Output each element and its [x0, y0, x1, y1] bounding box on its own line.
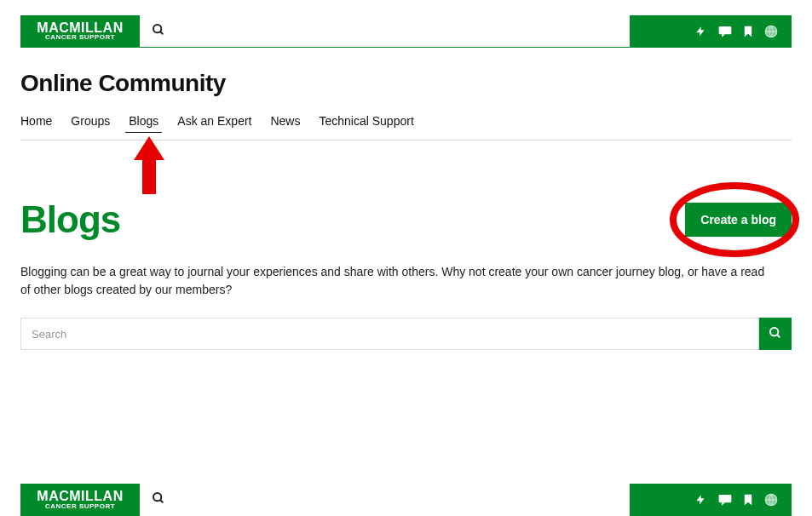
- brand-main: MACMILLAN: [37, 22, 123, 34]
- main-content: Online Community Home Groups Blogs Ask a…: [20, 70, 792, 350]
- intro-paragraph: Blogging can be a great way to journal y…: [20, 263, 770, 299]
- nav-item-blogs[interactable]: Blogs: [129, 114, 158, 128]
- svg-line-6: [777, 335, 780, 337]
- brand-logo-footer[interactable]: MACMILLAN CANCER SUPPORT: [20, 484, 140, 516]
- nav-item-ask-expert[interactable]: Ask an Expert: [177, 114, 251, 128]
- annotation-arrow-icon: [132, 136, 166, 196]
- svg-point-0: [153, 25, 161, 32]
- footer-search-area[interactable]: [140, 484, 630, 516]
- svg-point-5: [770, 328, 778, 335]
- header-search-area[interactable]: [140, 15, 630, 47]
- bookmark-icon[interactable]: [744, 494, 752, 506]
- chat-icon[interactable]: [718, 494, 732, 506]
- brand-logo[interactable]: MACMILLAN CANCER SUPPORT: [20, 15, 140, 47]
- bookmark-icon[interactable]: [744, 26, 752, 37]
- cta-wrap: Create a blog: [685, 203, 792, 237]
- site-title: Online Community: [20, 70, 792, 97]
- search-icon: [152, 491, 165, 508]
- svg-point-7: [153, 493, 161, 501]
- bottom-header: MACMILLAN CANCER SUPPORT: [20, 484, 792, 516]
- blog-search-input[interactable]: [20, 318, 759, 350]
- brand-sub: CANCER SUPPORT: [45, 34, 115, 40]
- nav-item-home[interactable]: Home: [20, 114, 52, 128]
- globe-icon[interactable]: [764, 493, 778, 507]
- create-blog-button[interactable]: Create a blog: [685, 203, 792, 237]
- brand-sub-footer: CANCER SUPPORT: [45, 503, 115, 509]
- svg-rect-9: [719, 495, 732, 502]
- nav-item-news[interactable]: News: [270, 114, 300, 128]
- nav-item-groups[interactable]: Groups: [71, 114, 110, 128]
- nav-item-technical-support[interactable]: Technical Support: [319, 114, 413, 128]
- svg-line-8: [160, 500, 163, 502]
- page-title: Blogs: [20, 198, 120, 241]
- top-header: MACMILLAN CANCER SUPPORT: [20, 15, 792, 48]
- activity-icon[interactable]: [694, 26, 706, 37]
- globe-icon[interactable]: [764, 25, 778, 38]
- brand-main-footer: MACMILLAN: [37, 490, 123, 502]
- footer-actions: [630, 484, 792, 516]
- page-header-row: Blogs Create a blog: [20, 198, 792, 241]
- chat-icon[interactable]: [718, 26, 732, 37]
- svg-line-1: [160, 32, 163, 34]
- header-actions: [630, 15, 792, 47]
- svg-rect-2: [719, 26, 732, 34]
- search-icon: [152, 23, 165, 40]
- blog-search-row: [20, 318, 792, 350]
- activity-icon[interactable]: [694, 494, 706, 506]
- blog-search-button[interactable]: [759, 318, 792, 350]
- search-icon: [769, 326, 782, 342]
